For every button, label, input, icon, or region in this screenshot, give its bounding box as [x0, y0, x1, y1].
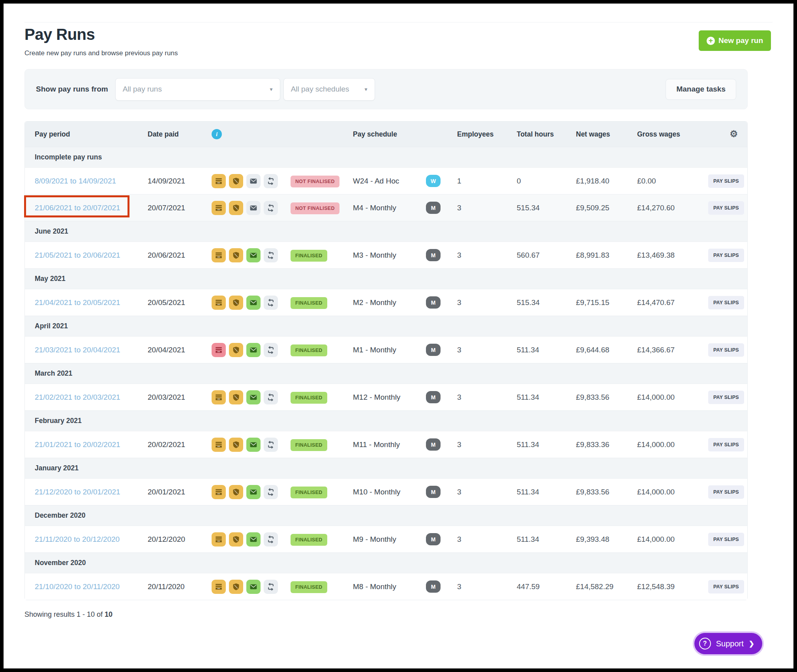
pay-period-link[interactable]: 21/04/2021 to 20/05/2021	[35, 298, 120, 307]
pay-period-link[interactable]: 21/01/2021 to 20/02/2021	[35, 440, 120, 449]
pay-runs-table-body: Incomplete pay runs 8/09/2021 to 14/09/2…	[25, 147, 747, 600]
pay-slips-button[interactable]: PAY SLIPS	[708, 485, 744, 499]
journal-icon[interactable]	[212, 174, 226, 188]
shield-icon[interactable]	[229, 532, 243, 547]
pay-slips-button[interactable]: PAY SLIPS	[708, 391, 744, 404]
envelope-icon[interactable]	[246, 296, 261, 310]
pay-period-link[interactable]: 21/10/2020 to 20/11/2020	[35, 582, 120, 591]
section-label: April 2021	[35, 322, 68, 330]
pay-period-link[interactable]: 21/03/2021 to 20/04/2021	[35, 346, 120, 354]
pay-period-link[interactable]: 21/05/2021 to 20/06/2021	[35, 251, 120, 259]
journal-icon[interactable]	[212, 485, 226, 499]
envelope-icon[interactable]	[246, 343, 261, 357]
envelope-icon[interactable]	[246, 390, 261, 404]
shield-icon[interactable]	[229, 248, 243, 262]
refresh-icon[interactable]	[264, 174, 278, 188]
pay-slips-button[interactable]: PAY SLIPS	[708, 343, 744, 357]
section-label: March 2021	[35, 369, 72, 378]
status-badge: FINALISED	[291, 344, 327, 356]
status-badge: FINALISED	[291, 250, 327, 262]
shield-icon[interactable]	[229, 580, 243, 594]
gross-wages-value: £14,000.00	[637, 440, 708, 449]
pay-slips-button[interactable]: PAY SLIPS	[708, 174, 744, 188]
pay-slips-button[interactable]: PAY SLIPS	[708, 580, 744, 593]
total-hours-value: 511.34	[517, 440, 576, 449]
shield-icon[interactable]	[229, 390, 243, 404]
frequency-badge: M	[426, 296, 441, 309]
envelope-icon[interactable]	[246, 248, 261, 262]
total-hours-value: 560.67	[517, 251, 576, 260]
envelope-icon[interactable]	[246, 438, 261, 452]
refresh-icon[interactable]	[264, 390, 278, 404]
shield-icon[interactable]	[229, 343, 243, 357]
pay-slips-button[interactable]: PAY SLIPS	[708, 201, 744, 215]
gross-wages-value: £14,270.60	[637, 204, 708, 212]
pay-period-link[interactable]: 21/11/2020 to 20/12/2020	[35, 535, 120, 543]
status-badge: FINALISED	[291, 297, 327, 309]
total-hours-value: 0	[517, 177, 576, 185]
section-header-row: December 2020	[25, 505, 747, 526]
pay-run-row: 21/11/2020 to 20/12/2020 20/12/2020 FINA…	[25, 526, 747, 552]
section-header-row: January 2021	[25, 458, 747, 478]
pay-period-link[interactable]: 21/02/2021 to 20/03/2021	[35, 393, 120, 401]
journal-icon[interactable]	[212, 296, 226, 310]
pay-slips-button[interactable]: PAY SLIPS	[708, 533, 744, 546]
pay-runs-filter-dropdown[interactable]: All pay runs ▾	[115, 78, 280, 101]
settings-gear-icon[interactable]: ⚙	[729, 129, 738, 139]
page-header: Pay Runs Create new pay runs and browse …	[24, 22, 773, 57]
refresh-icon[interactable]	[264, 485, 278, 499]
pay-slips-button[interactable]: PAY SLIPS	[708, 296, 744, 309]
shield-icon[interactable]	[229, 174, 243, 188]
gross-wages-value: £14,000.00	[637, 393, 708, 402]
pay-run-row: 8/09/2021 to 14/09/2021 14/09/2021 NOT F…	[25, 167, 747, 194]
shield-icon[interactable]	[229, 438, 243, 452]
envelope-icon[interactable]	[246, 201, 261, 215]
pay-period-link[interactable]: 21/06/2021 to 20/07/2021	[35, 204, 120, 212]
date-paid-value: 20/01/2021	[148, 488, 212, 496]
section-label: May 2021	[35, 275, 66, 283]
header-total-hours: Total hours	[517, 130, 576, 139]
manage-tasks-button[interactable]: Manage tasks	[666, 79, 736, 100]
support-button[interactable]: ? Support ❯	[694, 633, 762, 654]
pay-runs-table: Pay period Date paid i Pay schedule Empl…	[24, 121, 748, 600]
gross-wages-value: £0.00	[637, 177, 708, 185]
pay-period-link[interactable]: 21/12/2020 to 20/01/2021	[35, 488, 120, 496]
net-wages-value: £9,833.56	[576, 393, 637, 402]
refresh-icon[interactable]	[264, 580, 278, 594]
pay-schedules-filter-dropdown[interactable]: All pay schedules ▾	[283, 78, 375, 101]
pay-run-row: 21/03/2021 to 20/04/2021 20/04/2021 FINA…	[25, 336, 747, 363]
date-paid-value: 20/04/2021	[148, 346, 212, 354]
frequency-badge: M	[426, 344, 441, 356]
journal-icon[interactable]	[212, 532, 226, 547]
pay-slips-button[interactable]: PAY SLIPS	[708, 438, 744, 451]
new-pay-run-button[interactable]: + New pay run	[699, 30, 771, 51]
pay-runs-filter-value: All pay runs	[123, 85, 162, 94]
refresh-icon[interactable]	[264, 201, 278, 215]
shield-icon[interactable]	[229, 485, 243, 499]
journal-icon[interactable]	[212, 580, 226, 594]
journal-icon[interactable]	[212, 248, 226, 262]
envelope-icon[interactable]	[246, 174, 261, 188]
envelope-icon[interactable]	[246, 532, 261, 547]
refresh-icon[interactable]	[264, 438, 278, 452]
date-paid-value: 20/05/2021	[148, 298, 212, 307]
status-badge: FINALISED	[291, 392, 327, 404]
refresh-icon[interactable]	[264, 248, 278, 262]
info-icon[interactable]: i	[212, 129, 222, 139]
net-wages-value: £14,582.29	[576, 582, 637, 591]
journal-icon[interactable]	[212, 438, 226, 452]
shield-icon[interactable]	[229, 201, 243, 215]
pay-slips-button[interactable]: PAY SLIPS	[708, 249, 744, 262]
envelope-icon[interactable]	[246, 580, 261, 594]
shield-icon[interactable]	[229, 296, 243, 310]
refresh-icon[interactable]	[264, 532, 278, 547]
journal-icon[interactable]	[212, 390, 226, 404]
journal-icon[interactable]	[212, 343, 226, 357]
employees-value: 3	[457, 346, 517, 354]
journal-icon[interactable]	[212, 201, 226, 215]
pay-period-link[interactable]: 8/09/2021 to 14/09/2021	[35, 177, 116, 185]
gross-wages-value: £14,000.00	[637, 535, 708, 544]
refresh-icon[interactable]	[264, 296, 278, 310]
envelope-icon[interactable]	[246, 485, 261, 499]
refresh-icon[interactable]	[264, 343, 278, 357]
